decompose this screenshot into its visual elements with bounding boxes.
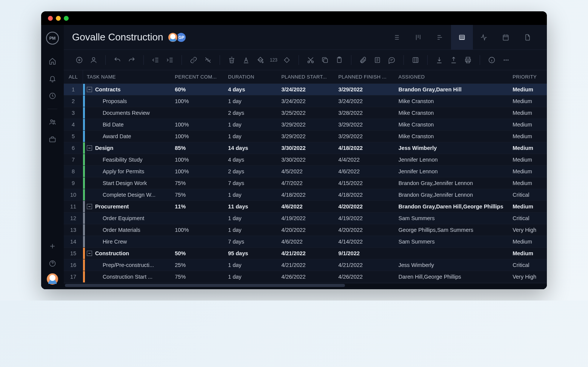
row-number[interactable]: 4 — [64, 119, 83, 131]
attachment-button[interactable] — [356, 53, 370, 67]
outdent-button[interactable] — [148, 53, 163, 67]
task-cell[interactable]: Feasibility Study — [83, 154, 171, 166]
cell-start[interactable]: 4/18/2022 — [277, 189, 334, 201]
cell-priority[interactable]: Medium — [509, 131, 547, 142]
task-name[interactable]: Contracts — [95, 86, 121, 93]
cell-finish[interactable]: 4/20/2022 — [335, 224, 395, 236]
cell-dur[interactable]: 1 day — [224, 189, 277, 201]
cell-start[interactable]: 3/25/2022 — [277, 107, 334, 119]
task-name[interactable]: Apply for Permits — [83, 168, 144, 174]
row-number[interactable]: 17 — [64, 271, 83, 283]
row-number[interactable]: 5 — [64, 131, 83, 142]
table-row[interactable]: 2Proposals100%1 day3/24/20223/24/2022Mik… — [64, 96, 547, 107]
table-row[interactable]: 17Construction Start ...75%1 day4/26/202… — [64, 271, 547, 283]
cell-assigned[interactable]: Mike Cranston — [395, 131, 509, 142]
col-header-duration[interactable]: DURATION — [224, 70, 277, 84]
task-name[interactable]: Prep/Pre-constructi... — [83, 262, 154, 268]
cell-priority[interactable]: Very High — [509, 224, 547, 236]
cell-start[interactable]: 3/24/2022 — [277, 84, 334, 96]
cell-priority[interactable]: Critical — [509, 189, 547, 201]
cell-assigned[interactable]: Mike Cranston — [395, 96, 509, 107]
cell-dur[interactable]: 1 day — [224, 96, 277, 107]
task-name[interactable]: Feasibility Study — [83, 157, 143, 163]
task-cell[interactable]: Award Date — [83, 131, 171, 142]
cell-start[interactable]: 4/26/2022 — [277, 271, 334, 283]
cell-start[interactable]: 3/24/2022 — [277, 96, 334, 107]
cell-priority[interactable]: Medium — [509, 201, 547, 213]
cell-priority[interactable]: Medium — [509, 107, 547, 119]
col-header-num[interactable]: ALL — [64, 70, 83, 84]
cell-dur[interactable]: 4 days — [224, 84, 277, 96]
table-row[interactable]: 8Apply for Permits100%2 days4/5/20224/6/… — [64, 166, 547, 177]
task-name[interactable]: Complete Design W... — [83, 192, 155, 198]
fill-color-button[interactable] — [253, 53, 268, 67]
row-number[interactable]: 15 — [64, 248, 83, 259]
cell-dur[interactable]: 2 days — [224, 166, 277, 177]
cell-dur[interactable]: 7 days — [224, 236, 277, 248]
minimize-window-button[interactable] — [56, 16, 61, 21]
cell-pct[interactable]: 25% — [171, 259, 224, 271]
horizontal-scrollbar[interactable] — [64, 284, 547, 289]
cell-priority[interactable]: Medium — [509, 96, 547, 107]
cell-dur[interactable]: 1 day — [224, 259, 277, 271]
task-name[interactable]: Hire Crew — [83, 239, 127, 245]
task-cell[interactable]: Documents Review — [83, 107, 171, 119]
copy-button[interactable] — [318, 53, 332, 67]
task-cell[interactable]: −Construction — [83, 248, 171, 259]
task-cell[interactable]: Order Materials — [83, 224, 171, 236]
cell-start[interactable]: 3/29/2022 — [277, 131, 334, 142]
add-icon[interactable] — [45, 239, 60, 254]
cell-start[interactable]: 4/6/2022 — [277, 201, 334, 213]
cell-priority[interactable]: Medium — [509, 84, 547, 96]
cell-assigned[interactable]: Jennifer Lennon — [395, 154, 509, 166]
task-cell[interactable]: Construction Start ... — [83, 271, 171, 283]
row-number[interactable]: 3 — [64, 107, 83, 119]
cell-pct[interactable]: 60% — [171, 84, 224, 96]
redo-button[interactable] — [125, 53, 139, 67]
row-number[interactable]: 2 — [64, 96, 83, 107]
user-avatar[interactable] — [47, 273, 58, 285]
cell-finish[interactable]: 4/18/2022 — [335, 189, 395, 201]
table-row[interactable]: 13Order Materials100%1 day4/20/20224/20/… — [64, 224, 547, 236]
task-name[interactable]: Design — [95, 145, 113, 151]
task-cell[interactable]: Proposals — [83, 96, 171, 107]
cell-priority[interactable]: Medium — [509, 177, 547, 189]
table-row[interactable]: 1−Contracts60%4 days3/24/20223/29/2022Br… — [64, 84, 547, 96]
cell-start[interactable]: 3/30/2022 — [277, 142, 334, 154]
cell-finish[interactable]: 4/15/2022 — [335, 177, 395, 189]
app-logo[interactable]: PM — [46, 32, 59, 45]
cell-dur[interactable]: 1 day — [224, 271, 277, 283]
bell-icon[interactable] — [45, 71, 60, 86]
table-row[interactable]: 6−Design85%14 days3/30/20224/18/2022Jess… — [64, 142, 547, 154]
cell-priority[interactable]: Very High — [509, 271, 547, 283]
cell-finish[interactable]: 4/26/2022 — [335, 271, 395, 283]
undo-button[interactable] — [110, 53, 125, 67]
cell-dur[interactable]: 95 days — [224, 248, 277, 259]
table-row[interactable]: 5Award Date100%1 day3/29/20223/29/2022Mi… — [64, 131, 547, 142]
board-view-tab[interactable] — [407, 25, 429, 50]
text-color-button[interactable] — [239, 53, 253, 67]
table-row[interactable]: 10Complete Design W...75%1 day4/18/20224… — [64, 189, 547, 201]
cell-dur[interactable]: 7 days — [224, 177, 277, 189]
task-cell[interactable]: −Procurement — [83, 201, 171, 213]
unlink-button[interactable] — [201, 53, 215, 67]
close-window-button[interactable] — [48, 16, 53, 21]
table-row[interactable]: 9Start Design Work75%7 days4/7/20224/15/… — [64, 177, 547, 189]
row-number[interactable]: 16 — [64, 259, 83, 271]
cell-finish[interactable]: 3/29/2022 — [335, 84, 395, 96]
export-button[interactable] — [446, 53, 461, 67]
clock-icon[interactable] — [45, 88, 60, 103]
cell-finish[interactable]: 3/29/2022 — [335, 131, 395, 142]
cell-finish[interactable]: 3/24/2022 — [335, 96, 395, 107]
add-person-button[interactable] — [86, 53, 101, 67]
cell-finish[interactable]: 4/14/2022 — [335, 236, 395, 248]
cell-assigned[interactable]: Brandon Gray,Jennifer Lennon — [395, 177, 509, 189]
col-header-percent[interactable]: PERCENT COM... — [171, 70, 224, 84]
cell-priority[interactable]: Medium — [509, 119, 547, 131]
print-button[interactable] — [461, 53, 475, 67]
cell-assigned[interactable]: Jess Wimberly — [395, 142, 509, 154]
cell-assigned[interactable]: Jennifer Lennon — [395, 166, 509, 177]
task-name[interactable]: Construction — [95, 250, 129, 256]
task-name[interactable]: Documents Review — [83, 110, 150, 116]
indent-button[interactable] — [163, 53, 177, 67]
